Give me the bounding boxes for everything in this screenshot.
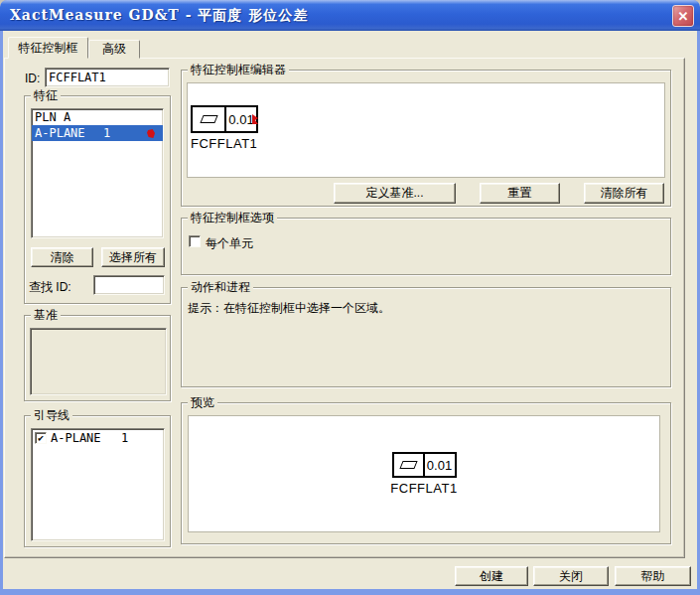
- feature-qty: 1: [103, 126, 110, 140]
- leader-line-group: 引导线 ✔ A-PLANE 1: [24, 415, 171, 547]
- feature-list[interactable]: PLN A A-PLANE 1: [31, 108, 164, 238]
- fcf-id-label: FCFFLAT1: [191, 136, 258, 151]
- preview-fcf-id-label: FCFFLAT1: [390, 481, 457, 496]
- id-label: ID:: [25, 72, 40, 85]
- per-unit-label: 每个单元: [206, 235, 253, 252]
- reset-button[interactable]: 重置: [480, 183, 560, 204]
- find-id-label: 查找 ID:: [29, 279, 71, 296]
- define-datum-button[interactable]: 定义基准...: [334, 183, 456, 204]
- window-title: XactMeasure GD&T - 平面度 形位公差: [10, 7, 308, 25]
- define-datum-button-label: 定义基准...: [365, 185, 423, 202]
- help-button-label: 帮助: [641, 568, 665, 585]
- tab-label: 特征控制框: [19, 40, 78, 57]
- feature-control-frame: 0.01: [191, 105, 258, 133]
- find-id-input-frame: [93, 275, 165, 295]
- id-input[interactable]: [46, 69, 169, 86]
- select-all-button[interactable]: 选择所有: [101, 247, 165, 267]
- close-button-label: 关闭: [559, 568, 583, 585]
- fcf-editor-frame: 0.01 FCFFLAT1: [191, 105, 258, 151]
- leader-name: A-PLANE: [51, 431, 101, 445]
- find-id-input[interactable]: [94, 276, 164, 294]
- hint-text: 提示：在特征控制框中选择一个区域。: [188, 300, 390, 317]
- list-item[interactable]: A-PLANE 1: [32, 125, 163, 141]
- fcf-tolerance-value: 0.01: [228, 112, 253, 127]
- fcf-options-group-title: 特征控制框选项: [188, 211, 277, 225]
- title-bar[interactable]: XactMeasure GD&T - 平面度 形位公差 ✕: [0, 0, 700, 31]
- help-button[interactable]: 帮助: [615, 566, 691, 586]
- fcf-options-group: 特征控制框选项 每个单元: [181, 218, 671, 275]
- feature-group-title: 特征: [31, 88, 61, 103]
- clear-all-button-label: 清除所有: [601, 185, 648, 202]
- id-input-frame: [45, 68, 170, 87]
- preview-fcf-symbol-cell: [394, 454, 425, 476]
- clear-button[interactable]: 清除: [31, 247, 93, 267]
- leader-line-group-title: 引导线: [31, 408, 72, 423]
- feature-group: 特征 PLN A A-PLANE 1 清除 选择所有 查找 ID:: [24, 95, 171, 304]
- close-glyph: ✕: [678, 9, 689, 24]
- flatness-symbol-icon: [200, 115, 217, 123]
- close-icon[interactable]: ✕: [672, 5, 694, 27]
- datum-group: 基准: [24, 315, 171, 401]
- select-all-button-label: 选择所有: [109, 249, 157, 266]
- create-button-label: 创建: [480, 568, 503, 585]
- preview-fcf-tolerance-cell: 0.01: [425, 454, 455, 476]
- preview-fcf-tolerance-value: 0.01: [427, 458, 452, 473]
- feature-name: PLN A: [35, 110, 70, 124]
- red-cursor-icon: [251, 112, 260, 126]
- fcf-editor-group-title: 特征控制框编辑器: [188, 63, 289, 77]
- datum-list[interactable]: [30, 328, 167, 395]
- list-item[interactable]: ✔ A-PLANE 1: [32, 429, 164, 447]
- actions-group-title: 动作和进程: [188, 280, 253, 295]
- dialog-window: XactMeasure GD&T - 平面度 形位公差 ✕ 特征控制框 高级 I…: [0, 0, 700, 595]
- close-button[interactable]: 关闭: [533, 566, 609, 586]
- fcf-editor-group: 特征控制框编辑器 0.01 FCFFLAT1 定义基准..: [181, 70, 671, 207]
- red-marker-icon: [147, 129, 155, 138]
- check-icon: ✔: [38, 433, 44, 443]
- create-button[interactable]: 创建: [455, 566, 528, 586]
- preview-canvas: 0.01 FCFFLAT1: [188, 415, 660, 532]
- feature-name: A-PLANE: [35, 126, 85, 140]
- clear-button-label: 清除: [51, 249, 74, 266]
- leader-line-list[interactable]: ✔ A-PLANE 1: [31, 428, 165, 541]
- per-unit-checkbox[interactable]: [189, 235, 201, 247]
- datum-group-title: 基准: [31, 308, 61, 323]
- tab-label: 高级: [102, 41, 126, 58]
- tab-advanced[interactable]: 高级: [88, 40, 140, 59]
- leader-qty: 1: [121, 431, 128, 445]
- fcf-tolerance-cell[interactable]: 0.01: [226, 107, 256, 131]
- actions-group: 动作和进程 提示：在特征控制框中选择一个区域。: [181, 287, 671, 387]
- flatness-symbol-icon: [399, 461, 417, 469]
- fcf-symbol-cell[interactable]: [193, 107, 226, 131]
- list-item[interactable]: PLN A: [32, 109, 163, 125]
- preview-group: 预览 0.01 FCFFLAT1: [181, 402, 671, 544]
- clear-all-button[interactable]: 清除所有: [584, 183, 664, 204]
- reset-button-label: 重置: [508, 185, 532, 202]
- tab-feature-control-frame[interactable]: 特征控制框: [8, 37, 88, 59]
- fcf-editor-canvas[interactable]: 0.01 FCFFLAT1: [187, 82, 665, 178]
- preview-feature-control-frame: 0.01: [392, 452, 457, 478]
- preview-group-title: 预览: [188, 395, 217, 410]
- leader-checkbox[interactable]: ✔: [35, 432, 47, 444]
